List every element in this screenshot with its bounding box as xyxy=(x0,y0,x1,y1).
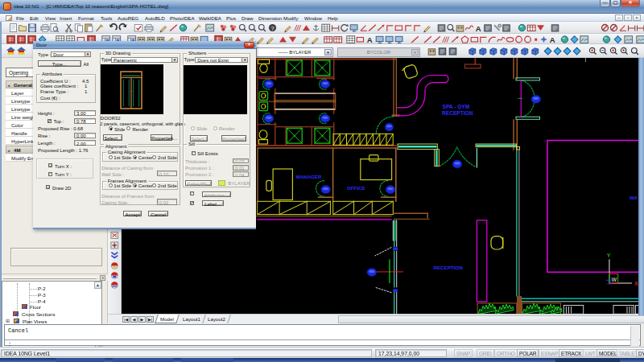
svg-text:Y: Y xyxy=(607,253,611,258)
svg-text:W: W xyxy=(612,277,617,282)
svg-text:WA: WA xyxy=(630,195,638,200)
svg-text:RECEPTION: RECEPTION xyxy=(442,110,473,116)
svg-text:RECEPTION: RECEPTION xyxy=(434,265,464,270)
svg-text:OFFICE: OFFICE xyxy=(347,185,365,191)
svg-text:MANAGER: MANAGER xyxy=(296,174,322,179)
svg-text:SPA - GYM: SPA - GYM xyxy=(443,104,470,109)
